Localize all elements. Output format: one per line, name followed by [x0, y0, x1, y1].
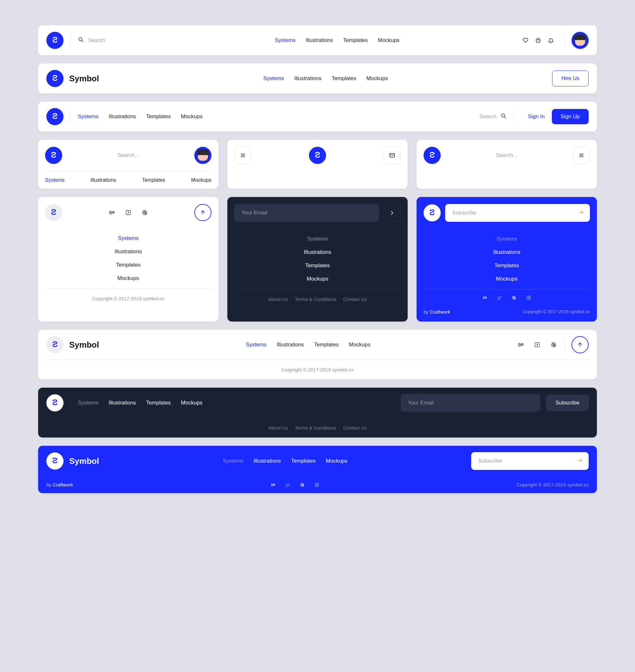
facebook-icon[interactable]	[534, 341, 541, 348]
nav-illustrations[interactable]: Illustrations	[306, 37, 333, 44]
subscribe-input[interactable]	[445, 204, 590, 222]
nav-mockups[interactable]: Mockups	[191, 177, 212, 183]
nav-systems[interactable]: Systems	[263, 75, 284, 82]
email-input[interactable]	[234, 204, 379, 222]
subscribe-button[interactable]: Subscribe	[546, 395, 589, 411]
twitter-icon[interactable]	[285, 482, 290, 487]
nav-templates[interactable]: Templates	[305, 262, 330, 269]
logo[interactable]	[46, 32, 64, 49]
nav-illustrations[interactable]: Illustrations	[304, 249, 331, 255]
nav-systems[interactable]: Systems	[78, 400, 98, 406]
about-link[interactable]: About Us	[268, 425, 288, 430]
logo[interactable]	[46, 70, 64, 87]
facebook-icon[interactable]	[314, 482, 320, 487]
craftwork-link[interactable]: Craftwork	[53, 482, 73, 487]
nav-mockups[interactable]: Mockups	[326, 458, 347, 464]
craftwork-link[interactable]: Craftwork	[430, 309, 450, 315]
search-input[interactable]	[88, 37, 155, 44]
nav-systems[interactable]: Systems	[275, 37, 295, 44]
contact-link[interactable]: Contact Us	[343, 425, 367, 430]
nav-templates[interactable]: Templates	[494, 262, 519, 269]
terms-link[interactable]: Terms & Conditions	[295, 425, 336, 430]
facebook-icon[interactable]	[526, 295, 531, 300]
nav-illustrations[interactable]: Illustrations	[109, 113, 136, 120]
avatar[interactable]	[571, 32, 589, 49]
search-icon[interactable]	[500, 113, 507, 121]
terms-link[interactable]: Terms & Conditions	[295, 296, 336, 302]
nav-templates[interactable]: Templates	[142, 177, 165, 183]
nav-templates[interactable]: Templates	[146, 113, 171, 120]
favorites-button[interactable]	[519, 34, 532, 47]
logo[interactable]	[423, 204, 441, 222]
dribbble-icon[interactable]	[300, 482, 305, 487]
nav-templates[interactable]: Templates	[146, 400, 171, 406]
scroll-top-button[interactable]	[571, 336, 589, 353]
nav-systems[interactable]: Systems	[307, 236, 328, 242]
nav-mockups[interactable]: Mockups	[349, 341, 371, 348]
dribbble-icon[interactable]	[511, 295, 517, 300]
facebook-icon[interactable]	[125, 209, 132, 216]
nav-mockups[interactable]: Mockups	[378, 37, 399, 44]
nav-illustrations[interactable]: Illustrations	[277, 341, 304, 348]
sign-in-button[interactable]: Sign In	[521, 109, 552, 124]
sign-up-button[interactable]: Sign Up	[552, 109, 589, 124]
nav-illustrations[interactable]: Illustrations	[115, 249, 142, 255]
avatar[interactable]	[194, 147, 212, 164]
nav-systems[interactable]: Systems	[223, 458, 243, 464]
nav-templates[interactable]: Templates	[314, 341, 338, 348]
submit-icon[interactable]	[578, 209, 584, 217]
search-input[interactable]	[441, 152, 573, 159]
behance-icon[interactable]	[108, 209, 115, 216]
nav-mockups[interactable]: Mockups	[366, 75, 388, 82]
about-link[interactable]: About Us	[268, 296, 288, 302]
subscribe-input[interactable]	[471, 452, 589, 470]
behance-icon[interactable]	[517, 341, 524, 348]
nav-templates[interactable]: Templates	[291, 458, 315, 464]
nav-systems[interactable]: Systems	[246, 341, 266, 348]
behance-icon[interactable]	[270, 482, 276, 487]
search-icon[interactable]	[78, 37, 84, 44]
logo[interactable]	[45, 147, 62, 164]
nav-systems[interactable]: Systems	[496, 236, 517, 242]
contact-link[interactable]: Contact Us	[343, 296, 367, 302]
search-input[interactable]	[62, 152, 194, 159]
cart-button[interactable]	[532, 34, 545, 47]
logo[interactable]	[46, 336, 64, 353]
dribbble-icon[interactable]	[550, 341, 557, 348]
nav-systems[interactable]: Systems	[118, 235, 138, 241]
nav-illustrations[interactable]: Illustrations	[109, 400, 136, 406]
mail-button[interactable]	[384, 147, 401, 164]
twitter-icon[interactable]	[497, 295, 502, 300]
logo[interactable]	[309, 147, 326, 164]
logo[interactable]	[46, 108, 64, 125]
email-input[interactable]	[401, 394, 540, 412]
nav-mockups[interactable]: Mockups	[117, 275, 139, 281]
nav-illustrations[interactable]: Illustrations	[294, 75, 321, 82]
nav-templates[interactable]: Templates	[331, 75, 356, 82]
submit-icon[interactable]	[576, 457, 583, 465]
nav-mockups[interactable]: Mockups	[181, 113, 202, 120]
logo[interactable]	[423, 147, 441, 164]
menu-button[interactable]	[234, 147, 251, 164]
nav-illustrations[interactable]: Illustrations	[90, 177, 116, 183]
nav-templates[interactable]: Templates	[343, 37, 368, 44]
logo[interactable]	[46, 453, 64, 469]
nav-systems[interactable]: Systems	[45, 177, 64, 183]
dribbble-icon[interactable]	[141, 209, 148, 216]
nav-mockups[interactable]: Mockups	[307, 276, 328, 282]
search-input[interactable]	[471, 113, 497, 120]
menu-button[interactable]	[573, 147, 590, 164]
logo[interactable]	[45, 204, 62, 221]
nav-mockups[interactable]: Mockups	[496, 276, 518, 282]
logo[interactable]	[46, 394, 64, 412]
nav-mockups[interactable]: Mockups	[181, 400, 202, 406]
hire-us-button[interactable]: Hire Us	[552, 70, 589, 86]
nav-illustrations[interactable]: Illustrations	[493, 249, 520, 255]
nav-illustrations[interactable]: Illustrations	[254, 458, 281, 464]
nav-templates[interactable]: Templates	[116, 262, 140, 268]
submit-button[interactable]	[384, 204, 401, 222]
notifications-button[interactable]	[545, 34, 557, 47]
behance-icon[interactable]	[482, 295, 487, 300]
scroll-top-button[interactable]	[194, 204, 212, 221]
nav-systems[interactable]: Systems	[78, 113, 98, 120]
